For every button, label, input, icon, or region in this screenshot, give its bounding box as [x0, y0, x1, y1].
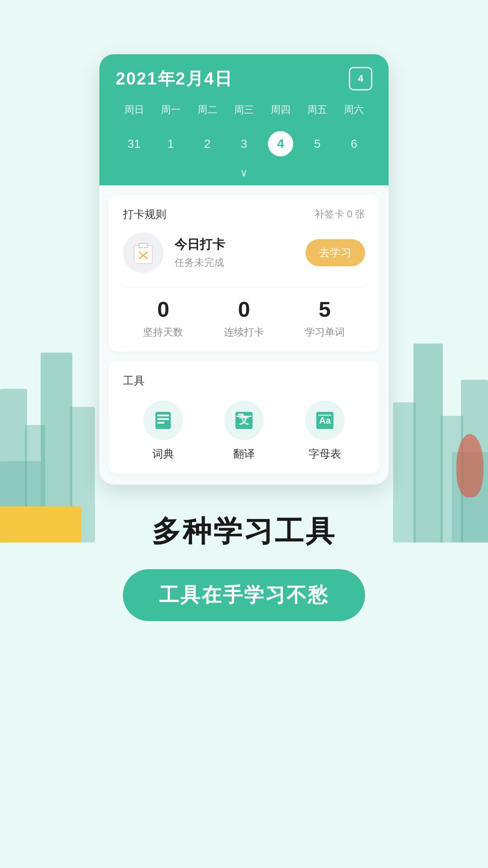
- stat-item: 0 坚持天数: [143, 297, 183, 339]
- tool-label: 字母表: [309, 447, 341, 461]
- day-item[interactable]: 1: [152, 126, 189, 162]
- svg-rect-7: [157, 418, 169, 420]
- weekday-label: 周日: [116, 99, 152, 120]
- checkin-today-title: 今日打卡: [174, 236, 295, 253]
- stat-label: 连续打卡: [224, 326, 264, 339]
- main-container: 2021年2月4日 4 周日周一周二周三周四周五周六 31123456 ∨ 打卡…: [0, 0, 488, 657]
- checkin-icon-wrapper: [123, 232, 164, 273]
- alphabet-icon: Aa: [305, 401, 345, 440]
- sub-slogan-button[interactable]: 工具在手学习不愁: [123, 569, 365, 621]
- svg-rect-15: [318, 415, 332, 416]
- weekday-label: 周三: [225, 99, 262, 120]
- day-item[interactable]: 5: [299, 126, 336, 162]
- day-item[interactable]: 6: [336, 126, 372, 162]
- checkin-rules-label: 打卡规则: [123, 207, 166, 222]
- go-study-button[interactable]: 去学习: [305, 239, 365, 266]
- calendar-title: 2021年2月4日: [116, 67, 233, 90]
- tool-item-1[interactable]: 文 翻译: [224, 401, 264, 461]
- weekday-label: 周六: [336, 99, 372, 120]
- tool-item-2[interactable]: Aa 字母表: [305, 401, 345, 461]
- stat-value: 0: [157, 297, 169, 322]
- day-number: 2: [195, 131, 220, 156]
- stat-item: 5 学习单词: [305, 297, 345, 339]
- weekday-label: 周四: [263, 99, 299, 120]
- bottom-section: 多种学习工具 工具在手学习不愁: [123, 512, 365, 657]
- svg-rect-5: [155, 412, 171, 429]
- stat-label: 学习单词: [305, 326, 345, 339]
- weekday-label: 周五: [299, 99, 336, 120]
- translate-icon: 文: [224, 401, 264, 440]
- day-number: 6: [341, 131, 366, 156]
- stat-label: 坚持天数: [143, 326, 183, 339]
- svg-rect-2: [140, 244, 147, 247]
- svg-rect-12: [238, 414, 244, 415]
- checkin-row: 今日打卡 任务未完成 去学习: [123, 232, 365, 273]
- stats-row: 0 坚持天数 0 连续打卡 5 学习单词: [123, 288, 365, 339]
- calendar-expand[interactable]: ∨: [116, 162, 372, 185]
- tools-row: 词典 文 翻译 Aa 字母表: [123, 401, 365, 461]
- weekdays-row: 周日周一周二周三周四周五周六: [116, 99, 372, 120]
- day-item[interactable]: 3: [225, 126, 262, 162]
- calendar-today-icon[interactable]: 4: [349, 67, 372, 90]
- tool-item-0[interactable]: 词典: [143, 401, 183, 461]
- supplement-cards-label: 补签卡 0 张: [314, 208, 365, 221]
- tool-label: 词典: [152, 447, 174, 461]
- days-row: 31123456: [116, 126, 372, 162]
- svg-rect-6: [157, 415, 169, 416]
- tools-card-title: 工具: [123, 373, 365, 388]
- expand-arrow: ∨: [240, 166, 248, 179]
- svg-text:Aa: Aa: [319, 415, 331, 425]
- checkin-task-icon: [130, 239, 157, 266]
- checkin-card-header: 打卡规则 补签卡 0 张: [123, 207, 365, 222]
- day-number: 5: [305, 131, 330, 156]
- day-item[interactable]: 31: [116, 126, 152, 162]
- dict-icon: [143, 401, 183, 440]
- weekday-label: 周一: [152, 99, 189, 120]
- day-number: 31: [122, 131, 147, 156]
- stat-value: 5: [319, 297, 331, 322]
- calendar-header: 2021年2月4日 4 周日周一周二周三周四周五周六 31123456 ∨: [99, 54, 389, 185]
- day-number: 1: [158, 131, 183, 156]
- checkin-card: 打卡规则 补签卡 0 张 今日打卡 任务未完成: [108, 194, 380, 352]
- day-number: 3: [231, 131, 257, 156]
- tools-card: 工具 词典 文 翻译 Aa 字母表: [108, 361, 380, 474]
- svg-rect-8: [157, 422, 164, 424]
- tool-label: 翻译: [233, 447, 255, 461]
- phone-card: 2021年2月4日 4 周日周一周二周三周四周五周六 31123456 ∨ 打卡…: [99, 54, 389, 485]
- day-item[interactable]: 4: [263, 126, 299, 162]
- weekday-label: 周二: [189, 99, 225, 120]
- stat-item: 0 连续打卡: [224, 297, 264, 339]
- day-item[interactable]: 2: [189, 126, 225, 162]
- checkin-today-subtitle: 任务未完成: [174, 256, 295, 269]
- day-today: 4: [268, 131, 293, 156]
- stat-value: 0: [238, 297, 250, 322]
- main-slogan: 多种学习工具: [152, 512, 336, 551]
- checkin-info: 今日打卡 任务未完成: [174, 236, 295, 269]
